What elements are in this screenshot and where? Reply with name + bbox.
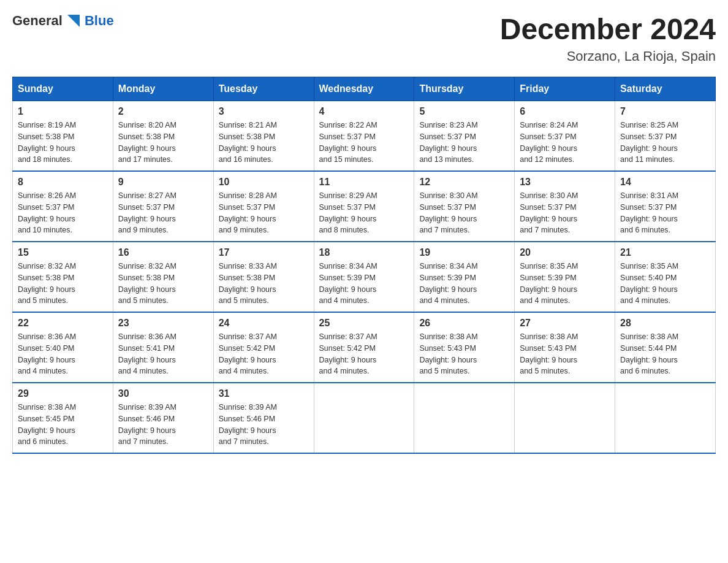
calendar-cell — [414, 383, 515, 453]
calendar-week-2: 8Sunrise: 8:26 AMSunset: 5:37 PMDaylight… — [13, 171, 716, 242]
day-info: Sunrise: 8:35 AMSunset: 5:39 PMDaylight:… — [520, 261, 610, 307]
calendar-table: SundayMondayTuesdayWednesdayThursdayFrid… — [12, 77, 716, 454]
day-number: 4 — [319, 106, 409, 117]
day-info: Sunrise: 8:28 AMSunset: 5:37 PMDaylight:… — [219, 190, 309, 236]
day-info: Sunrise: 8:21 AMSunset: 5:38 PMDaylight:… — [219, 120, 309, 166]
calendar-week-1: 1Sunrise: 8:19 AMSunset: 5:38 PMDaylight… — [13, 101, 716, 172]
calendar-week-4: 22Sunrise: 8:36 AMSunset: 5:40 PMDayligh… — [13, 312, 716, 383]
day-info: Sunrise: 8:32 AMSunset: 5:38 PMDaylight:… — [118, 261, 208, 307]
calendar-cell: 22Sunrise: 8:36 AMSunset: 5:40 PMDayligh… — [13, 312, 113, 383]
day-info: Sunrise: 8:24 AMSunset: 5:37 PMDaylight:… — [520, 120, 610, 166]
day-number: 1 — [18, 106, 108, 117]
calendar-cell: 14Sunrise: 8:31 AMSunset: 5:37 PMDayligh… — [615, 171, 716, 242]
day-number: 12 — [419, 177, 509, 188]
header-thursday: Thursday — [414, 77, 515, 101]
calendar-cell: 8Sunrise: 8:26 AMSunset: 5:37 PMDaylight… — [13, 171, 113, 242]
day-number: 5 — [419, 106, 509, 117]
calendar-cell: 1Sunrise: 8:19 AMSunset: 5:38 PMDaylight… — [13, 101, 113, 172]
calendar-cell: 4Sunrise: 8:22 AMSunset: 5:37 PMDaylight… — [314, 101, 414, 172]
header-tuesday: Tuesday — [213, 77, 314, 101]
header-sunday: Sunday — [13, 77, 113, 101]
day-number: 24 — [219, 318, 309, 329]
day-number: 13 — [520, 177, 610, 188]
calendar-cell: 27Sunrise: 8:38 AMSunset: 5:43 PMDayligh… — [515, 312, 615, 383]
calendar-cell: 28Sunrise: 8:38 AMSunset: 5:44 PMDayligh… — [615, 312, 716, 383]
calendar-week-5: 29Sunrise: 8:38 AMSunset: 5:45 PMDayligh… — [13, 383, 716, 453]
logo: General Blue — [12, 12, 114, 29]
calendar-cell: 21Sunrise: 8:35 AMSunset: 5:40 PMDayligh… — [615, 242, 716, 312]
day-number: 8 — [18, 177, 108, 188]
day-info: Sunrise: 8:29 AMSunset: 5:37 PMDaylight:… — [319, 190, 409, 236]
day-info: Sunrise: 8:36 AMSunset: 5:41 PMDaylight:… — [118, 331, 208, 377]
day-number: 19 — [419, 247, 509, 258]
day-info: Sunrise: 8:38 AMSunset: 5:45 PMDaylight:… — [18, 402, 108, 448]
day-info: Sunrise: 8:37 AMSunset: 5:42 PMDaylight:… — [319, 331, 409, 377]
day-number: 17 — [219, 247, 309, 258]
calendar-cell: 23Sunrise: 8:36 AMSunset: 5:41 PMDayligh… — [113, 312, 213, 383]
calendar-cell: 25Sunrise: 8:37 AMSunset: 5:42 PMDayligh… — [314, 312, 414, 383]
calendar-body: 1Sunrise: 8:19 AMSunset: 5:38 PMDaylight… — [13, 101, 716, 454]
calendar-cell — [615, 383, 716, 453]
day-info: Sunrise: 8:22 AMSunset: 5:37 PMDaylight:… — [319, 120, 409, 166]
calendar-cell: 16Sunrise: 8:32 AMSunset: 5:38 PMDayligh… — [113, 242, 213, 312]
day-info: Sunrise: 8:39 AMSunset: 5:46 PMDaylight:… — [118, 402, 208, 448]
location-title: Sorzano, La Rioja, Spain — [500, 48, 716, 64]
calendar-cell: 24Sunrise: 8:37 AMSunset: 5:42 PMDayligh… — [213, 312, 314, 383]
day-number: 11 — [319, 177, 409, 188]
day-number: 10 — [219, 177, 309, 188]
day-number: 31 — [219, 388, 309, 399]
calendar-header-row: SundayMondayTuesdayWednesdayThursdayFrid… — [13, 77, 716, 101]
header-monday: Monday — [113, 77, 213, 101]
calendar-cell: 20Sunrise: 8:35 AMSunset: 5:39 PMDayligh… — [515, 242, 615, 312]
month-title: December 2024 — [500, 12, 716, 46]
day-number: 30 — [118, 388, 208, 399]
calendar-cell: 17Sunrise: 8:33 AMSunset: 5:38 PMDayligh… — [213, 242, 314, 312]
day-info: Sunrise: 8:32 AMSunset: 5:38 PMDaylight:… — [18, 261, 108, 307]
day-info: Sunrise: 8:38 AMSunset: 5:44 PMDaylight:… — [620, 331, 710, 377]
calendar-cell: 11Sunrise: 8:29 AMSunset: 5:37 PMDayligh… — [314, 171, 414, 242]
calendar-cell — [515, 383, 615, 453]
day-number: 3 — [219, 106, 309, 117]
calendar-week-3: 15Sunrise: 8:32 AMSunset: 5:38 PMDayligh… — [13, 242, 716, 312]
day-number: 9 — [118, 177, 208, 188]
day-number: 28 — [620, 318, 710, 329]
day-info: Sunrise: 8:33 AMSunset: 5:38 PMDaylight:… — [219, 261, 309, 307]
calendar-cell: 30Sunrise: 8:39 AMSunset: 5:46 PMDayligh… — [113, 383, 213, 453]
calendar-cell: 29Sunrise: 8:38 AMSunset: 5:45 PMDayligh… — [13, 383, 113, 453]
day-info: Sunrise: 8:34 AMSunset: 5:39 PMDaylight:… — [319, 261, 409, 307]
day-number: 15 — [18, 247, 108, 258]
svg-marker-0 — [67, 15, 80, 27]
day-number: 14 — [620, 177, 710, 188]
day-info: Sunrise: 8:19 AMSunset: 5:38 PMDaylight:… — [18, 120, 108, 166]
logo-general: General — [12, 13, 63, 29]
day-info: Sunrise: 8:38 AMSunset: 5:43 PMDaylight:… — [419, 331, 509, 377]
day-number: 6 — [520, 106, 610, 117]
day-number: 25 — [319, 318, 409, 329]
day-info: Sunrise: 8:37 AMSunset: 5:42 PMDaylight:… — [219, 331, 309, 377]
day-number: 20 — [520, 247, 610, 258]
header-saturday: Saturday — [615, 77, 716, 101]
day-number: 22 — [18, 318, 108, 329]
day-number: 18 — [319, 247, 409, 258]
day-info: Sunrise: 8:25 AMSunset: 5:37 PMDaylight:… — [620, 120, 710, 166]
calendar-cell: 5Sunrise: 8:23 AMSunset: 5:37 PMDaylight… — [414, 101, 515, 172]
day-number: 29 — [18, 388, 108, 399]
logo-triangle-icon — [65, 12, 82, 29]
day-info: Sunrise: 8:36 AMSunset: 5:40 PMDaylight:… — [18, 331, 108, 377]
calendar-cell: 3Sunrise: 8:21 AMSunset: 5:38 PMDaylight… — [213, 101, 314, 172]
page-header: General Blue December 2024 Sorzano, La R… — [12, 12, 716, 64]
calendar-cell — [314, 383, 414, 453]
day-number: 16 — [118, 247, 208, 258]
day-number: 7 — [620, 106, 710, 117]
title-block: December 2024 Sorzano, La Rioja, Spain — [500, 12, 716, 64]
day-number: 27 — [520, 318, 610, 329]
day-info: Sunrise: 8:34 AMSunset: 5:39 PMDaylight:… — [419, 261, 509, 307]
calendar-cell: 19Sunrise: 8:34 AMSunset: 5:39 PMDayligh… — [414, 242, 515, 312]
calendar-cell: 7Sunrise: 8:25 AMSunset: 5:37 PMDaylight… — [615, 101, 716, 172]
header-friday: Friday — [515, 77, 615, 101]
logo-blue: Blue — [85, 13, 114, 29]
calendar-cell: 10Sunrise: 8:28 AMSunset: 5:37 PMDayligh… — [213, 171, 314, 242]
calendar-cell: 13Sunrise: 8:30 AMSunset: 5:37 PMDayligh… — [515, 171, 615, 242]
day-info: Sunrise: 8:26 AMSunset: 5:37 PMDaylight:… — [18, 190, 108, 236]
day-info: Sunrise: 8:23 AMSunset: 5:37 PMDaylight:… — [419, 120, 509, 166]
